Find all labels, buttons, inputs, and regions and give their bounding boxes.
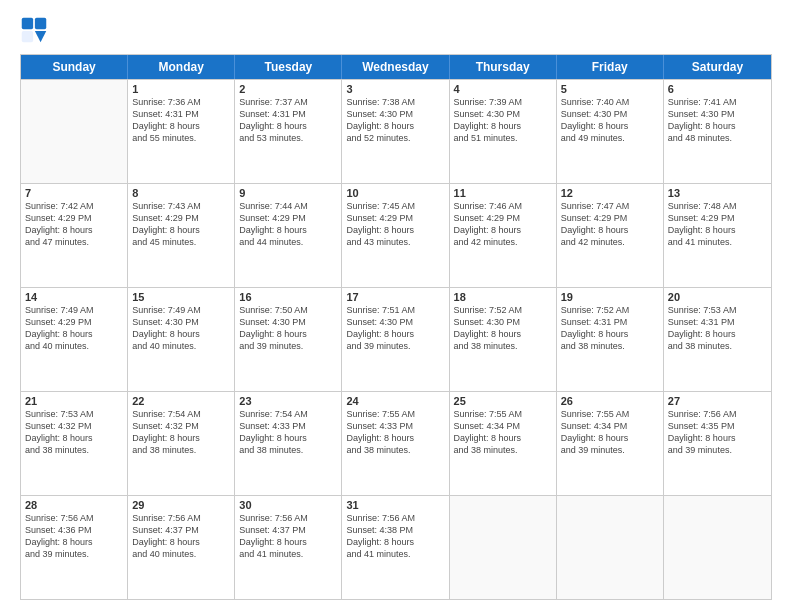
cell-line: Sunset: 4:34 PM	[561, 420, 659, 432]
day-cell-4: 4Sunrise: 7:39 AMSunset: 4:30 PMDaylight…	[450, 80, 557, 183]
day-cell-17: 17Sunrise: 7:51 AMSunset: 4:30 PMDayligh…	[342, 288, 449, 391]
cell-line: Sunset: 4:35 PM	[668, 420, 767, 432]
cell-line: Daylight: 8 hours	[454, 224, 552, 236]
logo	[20, 16, 52, 44]
cell-line: Sunrise: 7:53 AM	[668, 304, 767, 316]
cell-line: Sunrise: 7:38 AM	[346, 96, 444, 108]
cell-line: Daylight: 8 hours	[132, 120, 230, 132]
cell-line: Sunset: 4:31 PM	[239, 108, 337, 120]
day-number: 14	[25, 291, 123, 303]
cell-line: Daylight: 8 hours	[561, 224, 659, 236]
cell-line: and 38 minutes.	[239, 444, 337, 456]
day-number: 20	[668, 291, 767, 303]
cell-line: Daylight: 8 hours	[346, 328, 444, 340]
calendar-row-4: 28Sunrise: 7:56 AMSunset: 4:36 PMDayligh…	[21, 495, 771, 599]
cell-line: and 47 minutes.	[25, 236, 123, 248]
day-cell-8: 8Sunrise: 7:43 AMSunset: 4:29 PMDaylight…	[128, 184, 235, 287]
cell-line: Sunrise: 7:41 AM	[668, 96, 767, 108]
day-number: 15	[132, 291, 230, 303]
day-cell-7: 7Sunrise: 7:42 AMSunset: 4:29 PMDaylight…	[21, 184, 128, 287]
day-number: 26	[561, 395, 659, 407]
svg-rect-0	[22, 18, 33, 29]
cell-line: Sunset: 4:29 PM	[25, 212, 123, 224]
cell-line: and 43 minutes.	[346, 236, 444, 248]
day-cell-3: 3Sunrise: 7:38 AMSunset: 4:30 PMDaylight…	[342, 80, 449, 183]
cell-line: and 39 minutes.	[346, 340, 444, 352]
day-number: 24	[346, 395, 444, 407]
cell-line: Sunrise: 7:54 AM	[132, 408, 230, 420]
calendar-body: 1Sunrise: 7:36 AMSunset: 4:31 PMDaylight…	[21, 79, 771, 599]
cell-line: Sunrise: 7:42 AM	[25, 200, 123, 212]
svg-rect-1	[35, 18, 46, 29]
cell-line: Daylight: 8 hours	[239, 120, 337, 132]
cell-line: and 41 minutes.	[239, 548, 337, 560]
cell-line: Daylight: 8 hours	[132, 536, 230, 548]
cell-line: and 42 minutes.	[454, 236, 552, 248]
cell-line: Sunrise: 7:39 AM	[454, 96, 552, 108]
cell-line: Daylight: 8 hours	[25, 224, 123, 236]
cell-line: Daylight: 8 hours	[239, 224, 337, 236]
day-number: 12	[561, 187, 659, 199]
cell-line: Sunrise: 7:45 AM	[346, 200, 444, 212]
cell-line: Sunrise: 7:44 AM	[239, 200, 337, 212]
cell-line: and 38 minutes.	[454, 444, 552, 456]
day-cell-23: 23Sunrise: 7:54 AMSunset: 4:33 PMDayligh…	[235, 392, 342, 495]
header-day-friday: Friday	[557, 55, 664, 79]
day-number: 8	[132, 187, 230, 199]
day-number: 2	[239, 83, 337, 95]
cell-line: Sunrise: 7:43 AM	[132, 200, 230, 212]
cell-line: Daylight: 8 hours	[454, 120, 552, 132]
calendar-row-2: 14Sunrise: 7:49 AMSunset: 4:29 PMDayligh…	[21, 287, 771, 391]
cell-line: and 53 minutes.	[239, 132, 337, 144]
cell-line: Sunset: 4:30 PM	[346, 316, 444, 328]
cell-line: Sunrise: 7:46 AM	[454, 200, 552, 212]
day-number: 3	[346, 83, 444, 95]
cell-line: and 52 minutes.	[346, 132, 444, 144]
day-number: 11	[454, 187, 552, 199]
cell-line: and 38 minutes.	[561, 340, 659, 352]
day-number: 7	[25, 187, 123, 199]
day-cell-19: 19Sunrise: 7:52 AMSunset: 4:31 PMDayligh…	[557, 288, 664, 391]
header-day-tuesday: Tuesday	[235, 55, 342, 79]
cell-line: and 40 minutes.	[132, 340, 230, 352]
day-cell-20: 20Sunrise: 7:53 AMSunset: 4:31 PMDayligh…	[664, 288, 771, 391]
cell-line: Daylight: 8 hours	[454, 432, 552, 444]
empty-cell-4-6	[664, 496, 771, 599]
cell-line: Daylight: 8 hours	[25, 432, 123, 444]
day-number: 25	[454, 395, 552, 407]
day-cell-25: 25Sunrise: 7:55 AMSunset: 4:34 PMDayligh…	[450, 392, 557, 495]
cell-line: Sunrise: 7:48 AM	[668, 200, 767, 212]
day-cell-2: 2Sunrise: 7:37 AMSunset: 4:31 PMDaylight…	[235, 80, 342, 183]
day-number: 31	[346, 499, 444, 511]
cell-line: Sunset: 4:33 PM	[239, 420, 337, 432]
cell-line: Daylight: 8 hours	[561, 120, 659, 132]
day-number: 13	[668, 187, 767, 199]
cell-line: and 45 minutes.	[132, 236, 230, 248]
cell-line: and 38 minutes.	[668, 340, 767, 352]
day-cell-14: 14Sunrise: 7:49 AMSunset: 4:29 PMDayligh…	[21, 288, 128, 391]
day-cell-22: 22Sunrise: 7:54 AMSunset: 4:32 PMDayligh…	[128, 392, 235, 495]
day-cell-9: 9Sunrise: 7:44 AMSunset: 4:29 PMDaylight…	[235, 184, 342, 287]
calendar-row-3: 21Sunrise: 7:53 AMSunset: 4:32 PMDayligh…	[21, 391, 771, 495]
cell-line: Sunset: 4:33 PM	[346, 420, 444, 432]
logo-icon	[20, 16, 48, 44]
cell-line: and 48 minutes.	[668, 132, 767, 144]
cell-line: Sunset: 4:30 PM	[668, 108, 767, 120]
cell-line: Sunrise: 7:53 AM	[25, 408, 123, 420]
day-cell-28: 28Sunrise: 7:56 AMSunset: 4:36 PMDayligh…	[21, 496, 128, 599]
cell-line: and 44 minutes.	[239, 236, 337, 248]
calendar-row-0: 1Sunrise: 7:36 AMSunset: 4:31 PMDaylight…	[21, 79, 771, 183]
cell-line: Sunset: 4:30 PM	[346, 108, 444, 120]
cell-line: Daylight: 8 hours	[132, 432, 230, 444]
cell-line: and 39 minutes.	[239, 340, 337, 352]
header-day-saturday: Saturday	[664, 55, 771, 79]
svg-marker-3	[35, 31, 46, 42]
cell-line: Daylight: 8 hours	[346, 224, 444, 236]
cell-line: Daylight: 8 hours	[668, 120, 767, 132]
header-day-wednesday: Wednesday	[342, 55, 449, 79]
cell-line: Sunset: 4:29 PM	[132, 212, 230, 224]
cell-line: Sunrise: 7:56 AM	[346, 512, 444, 524]
cell-line: Sunset: 4:29 PM	[561, 212, 659, 224]
cell-line: Sunrise: 7:52 AM	[454, 304, 552, 316]
cell-line: Sunset: 4:30 PM	[239, 316, 337, 328]
